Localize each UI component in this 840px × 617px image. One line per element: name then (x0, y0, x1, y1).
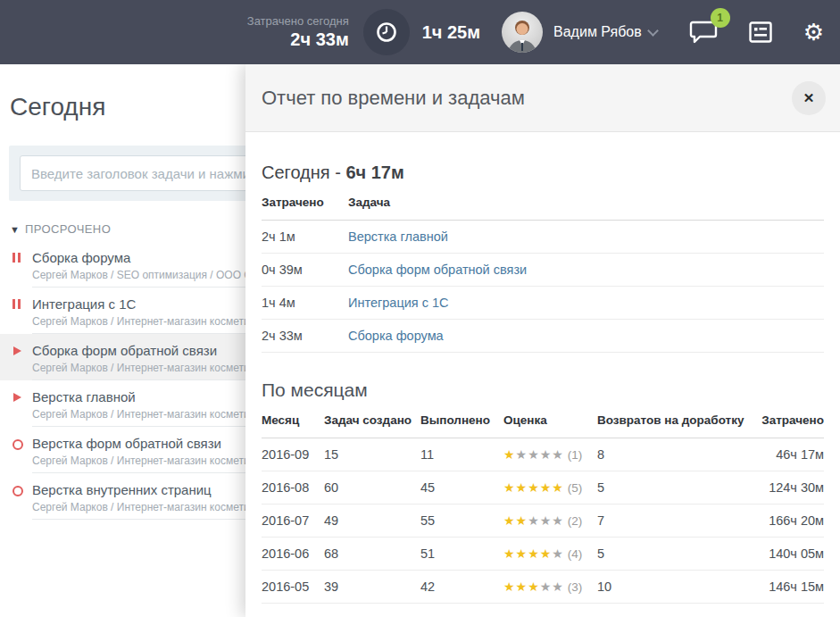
report-panel-header: Отчет по времени и задачам ✕ (245, 64, 840, 132)
table-row: 2016-06 68 51 ★★★★★(4) 5 140ч 05м (262, 538, 824, 571)
col-header-task: Задача (348, 196, 824, 209)
close-button[interactable]: ✕ (792, 81, 826, 115)
spent-cell: 2ч 1м (262, 229, 348, 244)
done-cell: 45 (420, 480, 503, 495)
task-link[interactable]: Сборка форума (348, 329, 824, 343)
spent-cell: 46ч 17м (746, 447, 824, 462)
spent-today-label: Затрачено сегодня (247, 14, 349, 29)
close-icon: ✕ (803, 91, 815, 104)
month-cell: 2016-06 (262, 546, 324, 561)
today-heading-total: 6ч 17м (345, 163, 403, 182)
task-status-icon[interactable] (12, 299, 22, 310)
task-status-icon[interactable] (12, 438, 22, 449)
today-table: Затрачено Задача 2ч 1м Верстка главной 0… (262, 183, 824, 353)
star-rating-icons: ★★★★★ (503, 513, 564, 528)
spent-cell: 2ч 33м (262, 329, 348, 343)
spent-cell: 124ч 30м (746, 480, 824, 495)
spent-today-block: Затрачено сегодня 2ч 33м (247, 14, 349, 50)
collapse-triangle-icon: ▼ (10, 224, 20, 235)
done-cell: 55 (420, 513, 503, 528)
returns-cell: 5 (597, 480, 746, 495)
today-report-heading: Сегодня - 6ч 17м (262, 163, 824, 183)
feed-icon (748, 21, 773, 44)
returns-cell: 7 (597, 513, 746, 528)
spent-cell: 1ч 4м (262, 296, 348, 310)
table-row: 2016-09 15 11 ★★★★★(1) 8 46ч 17м (262, 438, 824, 471)
table-row: 2016-07 49 55 ★★★★★(2) 7 166ч 20м (262, 504, 824, 538)
col-header-done: Выполнено (420, 413, 503, 427)
month-cell: 2016-05 (262, 579, 324, 594)
task-status-icon[interactable] (12, 346, 22, 356)
col-header-returns: Возвратов на доработку (597, 413, 746, 427)
rating-count: (5) (568, 481, 583, 495)
top-bar: Затрачено сегодня 2ч 33м 1ч 25м Вадим Ря… (0, 0, 840, 64)
col-header-rating: Оценка (503, 413, 597, 427)
chat-badge: 1 (711, 8, 730, 28)
star-rating-icons: ★★★★★ (503, 447, 564, 462)
table-row: 2ч 1м Верстка главной (262, 221, 824, 254)
rating-cell: ★★★★★(3) (503, 579, 597, 594)
done-cell: 42 (420, 579, 503, 594)
table-row: 0ч 39м Сборка форм обратной связи (262, 254, 824, 287)
avatar[interactable] (502, 12, 543, 53)
rating-count: (1) (568, 448, 583, 462)
rating-count: (2) (568, 514, 583, 528)
spent-cell: 146ч 15м (746, 579, 824, 594)
done-cell: 51 (420, 546, 503, 561)
star-rating-icons: ★★★★★ (503, 546, 564, 561)
spent-cell: 166ч 20м (746, 513, 824, 528)
monthly-table-rows: 2016-09 15 11 ★★★★★(1) 8 46ч 17м 2016-08… (262, 438, 824, 604)
gear-icon: ⚙ (803, 21, 824, 44)
done-cell: 11 (420, 447, 503, 462)
rating-cell: ★★★★★(4) (503, 546, 597, 561)
chat-button[interactable]: 1 (689, 19, 718, 46)
table-row: 1ч 4м Интеграция с 1С (262, 287, 824, 320)
returns-cell: 10 (597, 579, 746, 594)
col-header-created: Задач создано (324, 413, 420, 427)
task-link[interactable]: Сборка форм обратной связи (348, 263, 824, 277)
task-link[interactable]: Верстка главной (348, 229, 824, 244)
user-name[interactable]: Вадим Рябов (553, 24, 642, 40)
created-cell: 60 (324, 480, 420, 495)
report-panel-title: Отчет по времени и задачам (262, 87, 792, 110)
task-status-icon[interactable] (12, 253, 22, 263)
monthly-table-header: Месяц Задач создано Выполнено Оценка Воз… (262, 401, 824, 438)
monthly-table: Месяц Задач создано Выполнено Оценка Воз… (262, 401, 824, 604)
star-rating-icons: ★★★★★ (503, 579, 564, 594)
task-status-icon[interactable] (12, 485, 22, 496)
timer-value: 1ч 25м (422, 22, 480, 43)
monthly-report-heading: По месяцам (262, 379, 824, 401)
col-header-spent: Затрачено (746, 413, 824, 427)
month-cell: 2016-09 (262, 447, 324, 462)
table-row: 2ч 33м Сборка форума (262, 320, 824, 353)
table-row: 2016-05 39 42 ★★★★★(3) 10 146ч 15м (262, 571, 824, 604)
returns-cell: 8 (597, 447, 746, 462)
overdue-section-label: ПРОСРОЧЕНО (25, 222, 111, 236)
star-rating-icons: ★★★★★ (503, 480, 564, 495)
col-header-month: Месяц (262, 413, 324, 427)
task-link[interactable]: Интеграция с 1С (348, 296, 824, 310)
created-cell: 39 (324, 579, 420, 594)
feed-button[interactable] (748, 21, 773, 44)
table-row: 2016-08 60 45 ★★★★★(5) 5 124ч 30м (262, 471, 824, 504)
report-panel: Отчет по времени и задачам ✕ Сегодня - 6… (245, 64, 840, 617)
returns-cell: 5 (597, 546, 746, 561)
month-cell: 2016-08 (262, 480, 324, 495)
settings-button[interactable]: ⚙ (803, 21, 824, 44)
chevron-down-icon[interactable] (647, 25, 659, 37)
rating-cell: ★★★★★(1) (503, 447, 597, 462)
spent-cell: 0ч 39м (262, 263, 348, 277)
today-heading-prefix: Сегодня - (262, 163, 345, 182)
rating-count: (4) (568, 547, 583, 561)
spent-cell: 140ч 05м (746, 546, 824, 561)
timer-button[interactable] (363, 9, 410, 55)
created-cell: 15 (324, 447, 420, 462)
clock-icon (375, 21, 398, 44)
task-status-icon[interactable] (12, 392, 22, 403)
today-table-rows: 2ч 1м Верстка главной 0ч 39м Сборка форм… (262, 221, 824, 353)
rating-cell: ★★★★★(5) (503, 480, 597, 495)
rating-count: (3) (568, 580, 583, 594)
spent-today-value: 2ч 33м (247, 29, 349, 50)
rating-cell: ★★★★★(2) (503, 513, 597, 528)
month-cell: 2016-07 (262, 513, 324, 528)
